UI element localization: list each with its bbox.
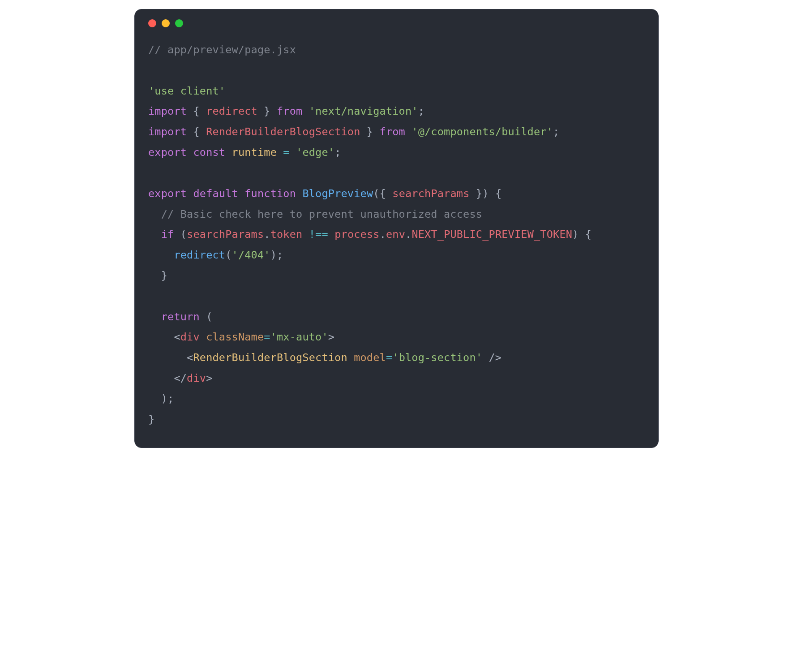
fn: BlogPreview: [302, 187, 373, 200]
indent: [148, 372, 174, 384]
sp: [296, 187, 302, 200]
sp: [238, 187, 244, 200]
sp: [579, 228, 585, 241]
kw: import: [148, 105, 187, 117]
punct: ): [270, 249, 277, 261]
comment: // Basic check here to prevent unauthori…: [161, 208, 482, 220]
obj: searchParams: [187, 228, 264, 241]
indent: [148, 249, 174, 261]
obj: process: [334, 228, 379, 241]
tag: div: [187, 372, 206, 384]
kw: export: [148, 187, 187, 200]
punct: }: [161, 269, 167, 282]
punct: ): [572, 228, 579, 241]
str: 'edge': [296, 146, 334, 159]
sp: [302, 105, 309, 117]
punct: (: [225, 249, 231, 261]
indent: [148, 228, 161, 241]
sp: [347, 351, 354, 364]
sp: [302, 228, 309, 241]
code-block: // app/preview/page.jsx 'use client' imp…: [135, 27, 658, 430]
kw: const: [193, 146, 225, 159]
punct: ;: [418, 105, 424, 117]
indent: [148, 331, 174, 343]
punct: }: [148, 413, 154, 426]
punct: .: [264, 228, 270, 241]
prop: NEXT_PUBLIC_PREVIEW_TOKEN: [412, 228, 572, 241]
op: =: [386, 351, 392, 364]
punct: }: [470, 187, 483, 200]
punct: }: [257, 105, 277, 117]
str: '/404': [232, 249, 270, 261]
sp: [328, 228, 334, 241]
punct: <: [187, 351, 193, 364]
kw: from: [277, 105, 302, 117]
attr: model: [354, 351, 386, 364]
tag: div: [180, 331, 200, 343]
ident: redirect: [206, 105, 257, 117]
punct: .: [405, 228, 412, 241]
code-window: // app/preview/page.jsx 'use client' imp…: [134, 9, 659, 448]
op: !==: [309, 228, 328, 241]
sp: [405, 125, 412, 138]
minimize-icon[interactable]: [162, 19, 170, 27]
punct: ;: [277, 249, 283, 261]
punct: ): [161, 392, 167, 405]
sp: [200, 331, 206, 343]
sp: [174, 228, 180, 241]
attr: className: [206, 331, 264, 343]
kw: function: [244, 187, 296, 200]
titlebar: [135, 9, 658, 27]
sp: [277, 146, 283, 159]
code-string: 'use client': [148, 85, 225, 97]
punct: ;: [334, 146, 341, 159]
punct: <: [174, 331, 180, 343]
sp: [187, 146, 193, 159]
punct: >: [206, 372, 212, 384]
punct: {: [380, 187, 393, 200]
punct: />: [489, 351, 502, 364]
ident: RenderBuilderBlogSection: [206, 125, 360, 138]
sp: [489, 187, 495, 200]
op: =: [264, 331, 270, 343]
kw: export: [148, 146, 187, 159]
punct: {: [187, 105, 206, 117]
str: 'mx-auto': [270, 331, 328, 343]
code-comment: // app/preview/page.jsx: [148, 43, 296, 56]
str: 'next/navigation': [309, 105, 418, 117]
punct: (: [180, 228, 187, 241]
indent: [148, 208, 161, 220]
str: 'blog-section': [392, 351, 482, 364]
kw: return: [161, 310, 200, 323]
indent: [148, 392, 161, 405]
sp: [187, 187, 193, 200]
kw: if: [161, 228, 174, 241]
punct: {: [187, 125, 206, 138]
kw: from: [380, 125, 405, 138]
close-icon[interactable]: [148, 19, 156, 27]
fn: redirect: [174, 249, 225, 261]
punct: {: [585, 228, 592, 241]
indent: [148, 351, 187, 364]
punct: (: [206, 310, 212, 323]
punct: ;: [167, 392, 174, 405]
component: RenderBuilderBlogSection: [193, 351, 347, 364]
sp: [225, 146, 231, 159]
ident: runtime: [232, 146, 277, 159]
zoom-icon[interactable]: [175, 19, 183, 27]
punct: </: [174, 372, 187, 384]
sp: [200, 310, 206, 323]
sp: [482, 351, 489, 364]
punct: }: [360, 125, 380, 138]
indent: [148, 310, 161, 323]
punct: {: [495, 187, 502, 200]
prop: token: [270, 228, 303, 241]
prop: env: [386, 228, 405, 241]
sp: [290, 146, 296, 159]
punct: ;: [553, 125, 559, 138]
indent: [148, 269, 161, 282]
punct: ): [482, 187, 489, 200]
kw: default: [193, 187, 238, 200]
str: '@/components/builder': [412, 125, 553, 138]
kw: import: [148, 125, 187, 138]
